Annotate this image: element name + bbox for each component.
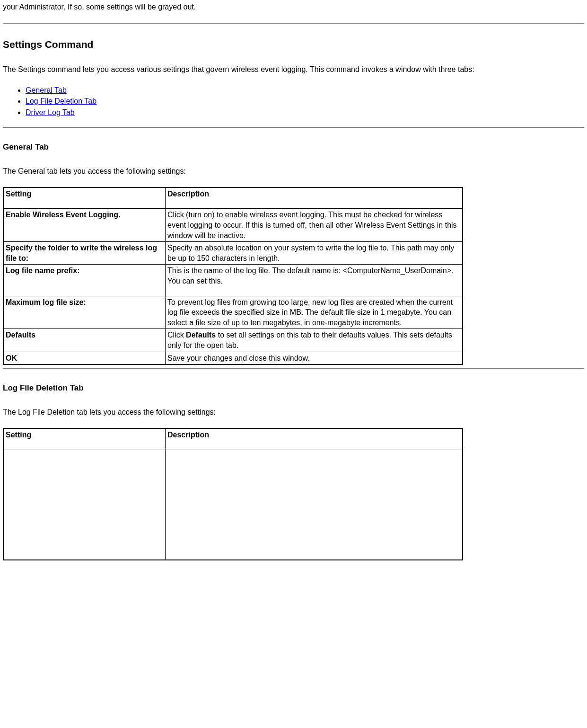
- setting-cell: Specify the folder to write the wireless…: [3, 242, 166, 265]
- table-row: Defaults Click Defaults to set all setti…: [3, 329, 463, 352]
- tab-links-list: General Tab Log File Deletion Tab Driver…: [3, 85, 584, 118]
- divider: [3, 368, 584, 369]
- divider: [3, 23, 584, 24]
- settings-command-paragraph: The Settings command lets you access var…: [3, 64, 584, 75]
- list-item: General Tab: [26, 85, 584, 96]
- setting-cell: [3, 450, 166, 560]
- description-cell: Save your changes and close this window.: [166, 352, 463, 364]
- setting-cell: Maximum log file size:: [3, 296, 166, 329]
- table-header-description: Description: [166, 187, 463, 209]
- setting-cell: OK: [3, 352, 166, 364]
- table-row: [3, 450, 463, 560]
- general-tab-table: Setting Description Enable Wireless Even…: [3, 187, 463, 365]
- table-header-setting: Setting: [3, 187, 166, 209]
- table-header-row: Setting Description: [3, 428, 463, 450]
- driver-log-tab-link[interactable]: Driver Log Tab: [26, 108, 75, 116]
- list-item: Driver Log Tab: [26, 107, 584, 118]
- settings-command-heading: Settings Command: [3, 38, 584, 51]
- general-tab-paragraph: The General tab lets you access the foll…: [3, 166, 584, 177]
- table-row: Maximum log file size: To prevent log fi…: [3, 296, 463, 329]
- setting-cell: Defaults: [3, 329, 166, 352]
- table-row: Specify the folder to write the wireless…: [3, 242, 463, 265]
- description-cell: Click (turn on) to enable wireless event…: [166, 209, 463, 242]
- setting-cell: Log file name prefix:: [3, 265, 166, 296]
- table-row: Log file name prefix: This is the name o…: [3, 265, 463, 296]
- description-cell: Click Defaults to set all settings on th…: [166, 329, 463, 352]
- description-cell: Specify an absolute location on your sys…: [166, 242, 463, 265]
- log-file-deletion-table: Setting Description: [3, 428, 463, 560]
- log-file-deletion-tab-link[interactable]: Log File Deletion Tab: [26, 97, 96, 105]
- list-item: Log File Deletion Tab: [26, 96, 584, 107]
- table-row: OK Save your changes and close this wind…: [3, 352, 463, 364]
- desc-prefix: Click: [167, 331, 186, 339]
- general-tab-link[interactable]: General Tab: [26, 86, 67, 94]
- table-header-setting: Setting: [3, 428, 166, 450]
- log-file-deletion-tab-paragraph: The Log File Deletion tab lets you acces…: [3, 407, 584, 417]
- setting-cell: Enable Wireless Event Logging.: [3, 209, 166, 242]
- divider: [3, 127, 584, 128]
- description-cell: To prevent log files from growing too la…: [166, 296, 463, 329]
- intro-fragment-text: your Administrator. If so, some settings…: [3, 2, 584, 12]
- table-header-row: Setting Description: [3, 187, 463, 209]
- table-row: Enable Wireless Event Logging. Click (tu…: [3, 209, 463, 242]
- log-file-deletion-tab-heading: Log File Deletion Tab: [3, 383, 584, 394]
- description-cell: This is the name of the log file. The de…: [166, 265, 463, 296]
- table-header-description: Description: [166, 428, 463, 450]
- desc-bold: Defaults: [186, 331, 216, 339]
- general-tab-heading: General Tab: [3, 142, 584, 153]
- description-cell: [166, 450, 463, 560]
